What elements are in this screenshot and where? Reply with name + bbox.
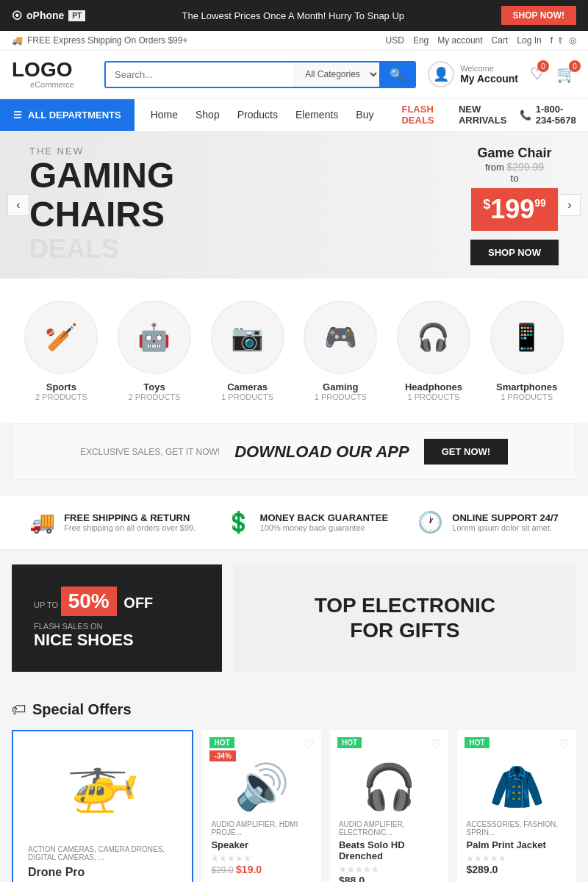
product-grid: 🚁 ACTION CAMERAS, CAMERA DRONES, DIGITAL… bbox=[12, 730, 576, 882]
feature-title: ONLINE SUPPORT 24/7 bbox=[452, 512, 558, 523]
product-price: $88.0 bbox=[339, 875, 365, 882]
product-image: 🎧 bbox=[339, 761, 440, 813]
nav-products[interactable]: Products bbox=[230, 98, 285, 131]
promo-electronics: TOP ELECTRONICFOR GIFTS bbox=[234, 564, 576, 672]
logo-sub: eCommerce bbox=[12, 80, 93, 89]
wishlist-badge: 0 bbox=[537, 60, 549, 72]
product-stars: ★★★★★ bbox=[339, 864, 440, 875]
features-section: 🚚 FREE SHIPPING & RETURN Free shipping o… bbox=[0, 495, 588, 550]
cart-link[interactable]: Cart bbox=[492, 35, 509, 46]
hero-cents: 99 bbox=[534, 194, 546, 209]
promo-off: OFF bbox=[123, 595, 153, 611]
account-text: Welcome My Account bbox=[460, 64, 518, 85]
category-count: 2 PRODUCTS bbox=[24, 392, 98, 401]
hero-from-text: from bbox=[485, 162, 504, 173]
offers-icon: 🏷 bbox=[12, 701, 26, 718]
instagram-icon[interactable]: ◎ bbox=[569, 35, 576, 46]
top-logo: ⦿ oPhone PT bbox=[12, 10, 85, 21]
new-arrivals-link[interactable]: NEW ARRIVALS bbox=[459, 104, 508, 126]
hero-shop-button[interactable]: SHOP NOW bbox=[470, 240, 559, 265]
product-new-price: $19.0 bbox=[236, 864, 262, 875]
wishlist-button[interactable]: ♡ bbox=[304, 737, 314, 751]
categories-section: 🏏 Sports 2 PRODUCTS 🤖 Toys 2 PRODUCTS 📷 … bbox=[0, 279, 588, 423]
promo-blocks: UP TO 50% OFF FLASH SALES ON NICE SHOES … bbox=[12, 564, 576, 672]
logo-area[interactable]: LOGO eCommerce bbox=[12, 60, 93, 89]
category-item-cameras[interactable]: 📷 Cameras 1 PRODUCTS bbox=[211, 301, 284, 401]
product-image: 🔊 bbox=[211, 761, 312, 813]
product-price: $289.0 bbox=[466, 864, 498, 875]
category-count: 1 PRODUCTS bbox=[304, 392, 377, 401]
shop-now-topbar-button[interactable]: SHOP NOW! bbox=[501, 6, 576, 25]
feature-desc: Lorem ipsum dolor sit amet. bbox=[452, 523, 558, 532]
my-account-link[interactable]: My account bbox=[437, 35, 482, 46]
featured-product-categories: ACTION CAMERAS, CAMERA DRONES, DIGITAL C… bbox=[28, 845, 177, 861]
product-name: Beats Solo HD Drenched bbox=[339, 839, 440, 861]
account-name: My Account bbox=[460, 73, 518, 85]
category-icon: 🤖 bbox=[118, 301, 191, 374]
category-icon: 📷 bbox=[211, 301, 284, 374]
category-name: Sports bbox=[24, 381, 98, 392]
feature-text: FREE SHIPPING & RETURN Free shipping on … bbox=[64, 512, 196, 532]
hero-prev-button[interactable]: ‹ bbox=[7, 194, 29, 216]
nav-shop[interactable]: Shop bbox=[188, 98, 227, 131]
wishlist-button[interactable]: ♡ 0 bbox=[530, 65, 545, 84]
facebook-icon[interactable]: f bbox=[551, 35, 553, 46]
logo-text: LOGO bbox=[12, 60, 93, 80]
category-item-toys[interactable]: 🤖 Toys 2 PRODUCTS bbox=[118, 301, 191, 401]
second-bar: 🚚 FREE Express Shipping On Orders $99+ U… bbox=[0, 31, 588, 51]
get-now-button[interactable]: GET NOW! bbox=[424, 439, 508, 465]
promo-product: NICE SHOES bbox=[34, 631, 200, 650]
category-name: Headphones bbox=[397, 381, 470, 392]
app-exclusive-text: EXCLUSIVE SALES, GET IT NOW! bbox=[80, 447, 220, 457]
hot-badge: HOT bbox=[337, 737, 362, 748]
hero-price-main: 199 bbox=[490, 194, 534, 225]
hot-badge: HOT bbox=[465, 737, 489, 748]
hero-product-name: Game Chair bbox=[470, 146, 559, 161]
hero-old-price: $299.99 bbox=[507, 161, 545, 173]
app-download-text: DOWNLOAD OUR APP bbox=[234, 442, 409, 462]
product-card[interactable]: HOT ♡ 🎧 AUDIO AMPLIFIER, ELECTRONIC... B… bbox=[330, 730, 449, 882]
account-area[interactable]: 👤 Welcome My Account bbox=[428, 61, 518, 87]
nav-home[interactable]: Home bbox=[143, 98, 185, 131]
language-selector[interactable]: Eng bbox=[413, 35, 429, 46]
search-bar: All Categories 🔍 bbox=[104, 61, 416, 88]
search-button[interactable]: 🔍 bbox=[379, 62, 415, 87]
hero-subtitle: DEALS bbox=[29, 234, 412, 265]
feature-title: FREE SHIPPING & RETURN bbox=[64, 512, 196, 523]
category-icon: 📱 bbox=[490, 301, 564, 374]
wishlist-button[interactable]: ♡ bbox=[559, 737, 569, 751]
hero-from: from $299.99 bbox=[470, 161, 559, 173]
promo-right-text: TOP ELECTRONICFOR GIFTS bbox=[315, 593, 495, 642]
hero-dollar: $ bbox=[483, 194, 490, 212]
hero-next-button[interactable]: › bbox=[559, 194, 581, 216]
login-link[interactable]: Log In bbox=[517, 35, 541, 46]
cart-button[interactable]: 🛒 0 bbox=[556, 65, 576, 84]
category-name: Toys bbox=[118, 381, 191, 392]
currency-selector[interactable]: USD bbox=[386, 35, 404, 46]
feature-item: 🚚 FREE SHIPPING & RETURN Free shipping o… bbox=[29, 510, 196, 534]
feature-icon: 💲 bbox=[226, 510, 251, 534]
cart-badge: 0 bbox=[569, 60, 581, 72]
promo-upto-label: UP TO bbox=[34, 600, 58, 609]
category-item-gaming[interactable]: 🎮 Gaming 1 PRODUCTS bbox=[304, 301, 377, 401]
flash-deals-link[interactable]: FLASH DEALS bbox=[401, 104, 446, 126]
phone-icon: 📞 bbox=[520, 110, 531, 121]
special-offers-section: 🏷 Special Offers 🚁 ACTION CAMERAS, CAMER… bbox=[0, 686, 588, 882]
category-select[interactable]: All Categories bbox=[294, 62, 379, 87]
nav-buy[interactable]: Buy bbox=[348, 98, 381, 131]
product-card[interactable]: HOT ♡ 🧥 ACCESSORIES, FASHION, SPRIN... P… bbox=[457, 730, 576, 882]
promo-text: The Lowest Prices Once A Month! Hurry To… bbox=[97, 10, 489, 21]
brand-name: oPhone bbox=[26, 10, 64, 21]
search-input[interactable] bbox=[106, 62, 294, 87]
wishlist-button[interactable]: ♡ bbox=[431, 737, 441, 751]
all-departments-button[interactable]: ☰ ALL DEPARTMENTS bbox=[0, 99, 135, 131]
category-item-smartphones[interactable]: 📱 Smartphones 1 PRODUCTS bbox=[490, 301, 564, 401]
hero-left: THE NEW GAMING CHAIRS DEALS bbox=[0, 132, 441, 279]
category-item-headphones[interactable]: 🎧 Headphones 1 PRODUCTS bbox=[397, 301, 470, 401]
product-card[interactable]: HOT -34% ♡ 🔊 AUDIO AMPLIFIER, HDMI PROJE… bbox=[202, 730, 321, 882]
twitter-icon[interactable]: 𝕥 bbox=[559, 35, 563, 46]
nav-elements[interactable]: Elements bbox=[288, 98, 345, 131]
category-item-sports[interactable]: 🏏 Sports 2 PRODUCTS bbox=[24, 301, 98, 401]
product-type: ACCESSORIES, FASHION, SPRIN... bbox=[466, 820, 567, 836]
header-right: 👤 Welcome My Account ♡ 0 🛒 0 bbox=[428, 61, 576, 87]
